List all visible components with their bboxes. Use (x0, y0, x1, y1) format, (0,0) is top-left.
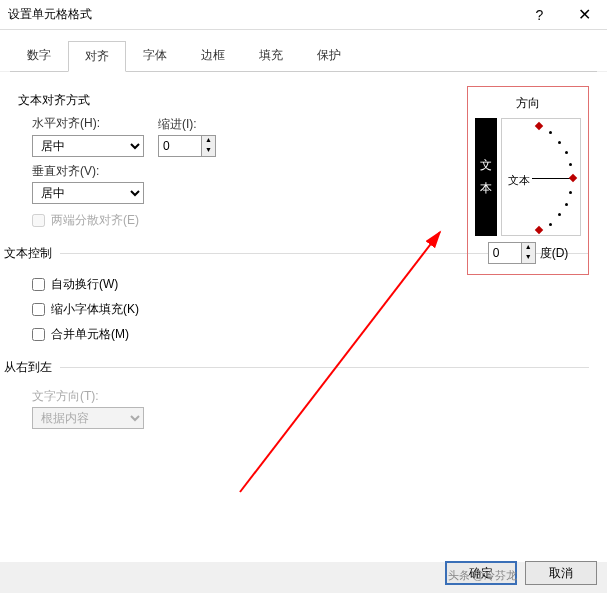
label-text-direction: 文字方向(T): (32, 388, 589, 405)
merge-cells-row[interactable]: 合并单元格(M) (32, 326, 589, 343)
degrees-spinner[interactable]: ▲ ▼ (488, 242, 536, 264)
help-button[interactable]: ? (517, 0, 562, 30)
wrap-text-row[interactable]: 自动换行(W) (32, 276, 589, 293)
tab-alignment[interactable]: 对齐 (68, 41, 126, 72)
title-bar: 设置单元格格式 ? ✕ (0, 0, 607, 30)
text-direction-select: 根据内容 (32, 407, 144, 429)
degrees-down-icon[interactable]: ▼ (521, 253, 535, 263)
close-button[interactable]: ✕ (562, 0, 607, 30)
wrap-text-label: 自动换行(W) (51, 276, 118, 293)
shrink-fit-label: 缩小字体填充(K) (51, 301, 139, 318)
degrees-input[interactable] (489, 243, 521, 263)
arc-diamond-bottom (535, 226, 543, 234)
merge-cells-label: 合并单元格(M) (51, 326, 129, 343)
shrink-fit-checkbox[interactable] (32, 303, 45, 316)
dialog-body: 文本对齐方式 水平对齐(H): 居中 缩进(I): ▲ ▼ 垂直对齐(V): 居… (0, 72, 607, 562)
arc-diamond-top (535, 122, 543, 130)
orientation-arc[interactable]: 文本 (501, 118, 581, 236)
tab-strip: 数字 对齐 字体 边框 填充 保护 (0, 30, 607, 71)
degrees-up-icon[interactable]: ▲ (521, 243, 535, 253)
tab-number[interactable]: 数字 (10, 40, 68, 71)
horizontal-align-select[interactable]: 居中 (32, 135, 144, 157)
window-title: 设置单元格格式 (8, 6, 517, 23)
arc-indicator-line (532, 178, 570, 179)
watermark-text: 头条 @冷芬龙 (448, 568, 517, 583)
indent-input[interactable] (159, 136, 201, 156)
tab-border[interactable]: 边框 (184, 40, 242, 71)
indent-spinner[interactable]: ▲ ▼ (158, 135, 216, 157)
label-indent: 缩进(I): (158, 116, 216, 133)
vertical-text-button[interactable]: 文 本 (475, 118, 497, 236)
cancel-button[interactable]: 取消 (525, 561, 597, 585)
indent-down-icon[interactable]: ▼ (201, 146, 215, 156)
tab-protection[interactable]: 保护 (300, 40, 358, 71)
vertical-align-select[interactable]: 居中 (32, 182, 144, 204)
degrees-label: 度(D) (540, 245, 569, 262)
tab-fill[interactable]: 填充 (242, 40, 300, 71)
arc-text-label: 文本 (508, 173, 530, 188)
orientation-label: 方向 (472, 95, 584, 112)
justify-distributed-label: 两端分散对齐(E) (51, 212, 139, 229)
orientation-panel: 方向 文 本 文本 (467, 86, 589, 275)
section-rtl: 从右到左 (4, 359, 52, 376)
section-text-control: 文本控制 (4, 245, 52, 262)
wrap-text-checkbox[interactable] (32, 278, 45, 291)
merge-cells-checkbox[interactable] (32, 328, 45, 341)
indent-up-icon[interactable]: ▲ (201, 136, 215, 146)
shrink-fit-row[interactable]: 缩小字体填充(K) (32, 301, 589, 318)
arc-diamond-right (569, 174, 577, 182)
justify-distributed-checkbox (32, 214, 45, 227)
tab-font[interactable]: 字体 (126, 40, 184, 71)
